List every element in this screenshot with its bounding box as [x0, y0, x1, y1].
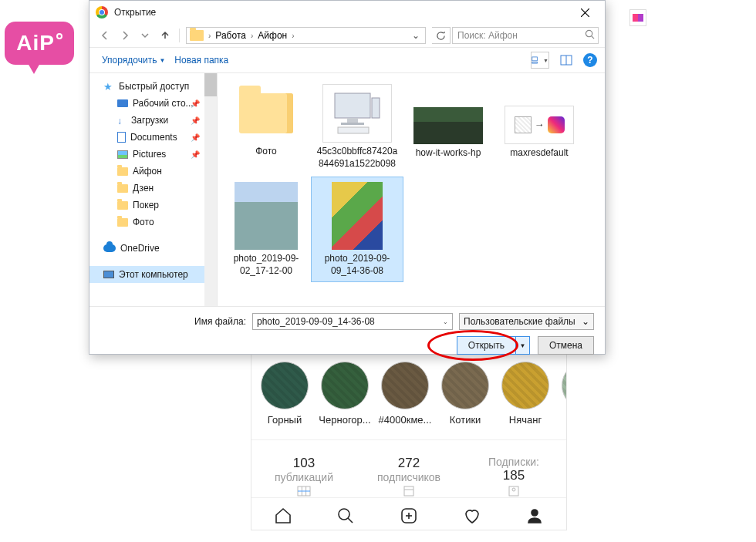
- svg-point-13: [532, 510, 538, 516]
- file-name: maxresdefault: [497, 147, 582, 160]
- file-item[interactable]: → maxresdefault: [494, 79, 585, 174]
- folder-icon: [117, 167, 128, 176]
- stat-following[interactable]: Подписки:185: [461, 456, 566, 483]
- stat-posts[interactable]: 103публикаций: [251, 456, 356, 483]
- sidebar-iphone[interactable]: Айфон: [89, 163, 217, 180]
- sidebar-downloads[interactable]: Загрузки📌: [89, 112, 217, 129]
- svg-rect-26: [338, 127, 369, 133]
- sidebar-this-pc[interactable]: Этот компьютер: [89, 266, 217, 283]
- stat-followers[interactable]: 272подписчиков: [356, 456, 461, 483]
- svg-rect-19: [532, 62, 538, 63]
- refresh-button[interactable]: [432, 27, 451, 44]
- file-item[interactable]: how-it-works-hp: [403, 79, 494, 174]
- recent-dropdown[interactable]: [136, 26, 154, 45]
- cancel-button[interactable]: Отмена: [538, 336, 594, 355]
- nav-search-icon[interactable]: [334, 504, 357, 527]
- filename-input[interactable]: photo_2019-09-09_14-36-08⌄: [252, 313, 453, 330]
- tab-tagged-icon[interactable]: [505, 486, 522, 497]
- thumbnail: [235, 182, 298, 250]
- chrome-icon: [96, 6, 108, 19]
- story-item[interactable]: Черногор...: [315, 362, 375, 426]
- sidebar-documents[interactable]: Documents📌: [89, 129, 217, 146]
- up-button[interactable]: [156, 26, 174, 45]
- close-button[interactable]: [568, 2, 602, 23]
- svg-point-7: [512, 488, 515, 491]
- document-icon: [117, 132, 126, 143]
- story-label: Черногор...: [315, 414, 375, 426]
- preview-toggle[interactable]: [557, 52, 575, 69]
- instagram-profile-panel: Горный Черногор... #4000кме... Котики Ня…: [251, 353, 567, 530]
- filename-label: Имя файла:: [194, 316, 246, 327]
- pc-icon: [103, 271, 114, 278]
- sidebar-photo[interactable]: Фото: [89, 214, 217, 231]
- dialog-title: Открытие: [114, 7, 156, 18]
- file-name: Фото: [224, 146, 309, 158]
- nav-profile-icon[interactable]: [523, 504, 546, 527]
- toolbar: Упорядочить▼ Новая папка ▼ ?: [89, 47, 605, 73]
- titlebar: Открытие: [89, 1, 605, 24]
- search-box[interactable]: [452, 27, 599, 44]
- scrollbar[interactable]: [204, 73, 217, 306]
- file-item[interactable]: 45c3c0bbffc87420a844691a1522b098: [312, 79, 403, 174]
- svg-line-9: [348, 518, 353, 523]
- folder-icon: [117, 184, 128, 193]
- file-open-dialog: Открытие › Работа › Айфон › ⌄: [89, 0, 606, 355]
- story-item[interactable]: Са: [555, 362, 566, 426]
- svg-rect-25: [372, 98, 380, 118]
- search-icon: [585, 29, 595, 42]
- thumbnail: [332, 182, 383, 250]
- forward-button[interactable]: [116, 26, 134, 45]
- file-type-filter[interactable]: Пользовательские файлы⌄: [459, 313, 594, 330]
- folder-icon: [117, 218, 128, 227]
- story-item[interactable]: Нячанг: [495, 362, 555, 426]
- thumbnail: →: [505, 106, 574, 144]
- breadcrumb[interactable]: Айфон: [255, 30, 290, 41]
- new-folder-button[interactable]: Новая папка: [170, 52, 233, 69]
- organize-menu[interactable]: Упорядочить▼: [97, 52, 170, 69]
- sidebar-zen[interactable]: Дзен: [89, 180, 217, 197]
- file-item-selected[interactable]: photo_2019-09-09_14-36-08: [312, 177, 403, 281]
- file-item-folder[interactable]: Фото: [221, 79, 312, 174]
- sidebar-pictures[interactable]: Pictures📌: [89, 146, 217, 163]
- stories-row: Горный Черногор... #4000кме... Котики Ня…: [251, 354, 566, 426]
- chevron-down-icon[interactable]: ⌄: [582, 316, 589, 327]
- nav-add-icon[interactable]: [397, 504, 420, 527]
- file-name: photo_2019-09-02_17-12-00: [224, 253, 309, 277]
- sidebar-poker[interactable]: Покер: [89, 197, 217, 214]
- open-split-dropdown[interactable]: ▼: [515, 337, 529, 354]
- folder-icon: [190, 30, 204, 41]
- folder-icon: [239, 93, 293, 133]
- svg-rect-23: [347, 118, 358, 123]
- dialog-footer: Имя файла: photo_2019-09-09_14-36-08⌄ По…: [89, 306, 605, 361]
- sidebar-desktop[interactable]: Рабочий сто...📌: [89, 95, 217, 112]
- sidebar-onedrive[interactable]: OneDrive: [89, 240, 217, 257]
- tab-grid-icon[interactable]: [295, 486, 312, 497]
- story-item[interactable]: #4000кме...: [375, 362, 435, 426]
- pin-icon: 📌: [191, 99, 200, 108]
- story-item[interactable]: Горный: [255, 362, 315, 426]
- sidebar-quick-access[interactable]: Быстрый доступ: [89, 78, 217, 95]
- search-input[interactable]: [456, 29, 585, 42]
- nav-heart-icon[interactable]: [461, 504, 484, 527]
- view-options[interactable]: ▼: [531, 52, 549, 69]
- open-button[interactable]: Открыть▼: [457, 336, 530, 355]
- logo-text: AiP: [16, 31, 55, 55]
- file-item[interactable]: photo_2019-09-02_17-12-00: [221, 177, 312, 281]
- thumbnail: [413, 107, 483, 144]
- chevron-down-icon[interactable]: ⌄: [443, 318, 448, 325]
- file-name: how-it-works-hp: [406, 147, 491, 160]
- svg-rect-22: [335, 93, 370, 118]
- address-bar[interactable]: › Работа › Айфон › ⌄: [186, 27, 426, 44]
- chevron-down-icon[interactable]: ⌄: [410, 30, 422, 41]
- nav-home-icon[interactable]: [272, 504, 295, 527]
- svg-rect-18: [532, 57, 538, 61]
- back-button[interactable]: [96, 26, 114, 45]
- pictures-icon: [117, 150, 128, 159]
- breadcrumb[interactable]: Работа: [212, 30, 249, 41]
- site-logo: AiP: [5, 22, 78, 76]
- story-item[interactable]: Котики: [435, 362, 495, 426]
- help-button[interactable]: ?: [583, 53, 597, 67]
- tab-feed-icon[interactable]: [400, 486, 417, 497]
- svg-point-8: [339, 509, 349, 520]
- monitor-icon: [330, 90, 384, 136]
